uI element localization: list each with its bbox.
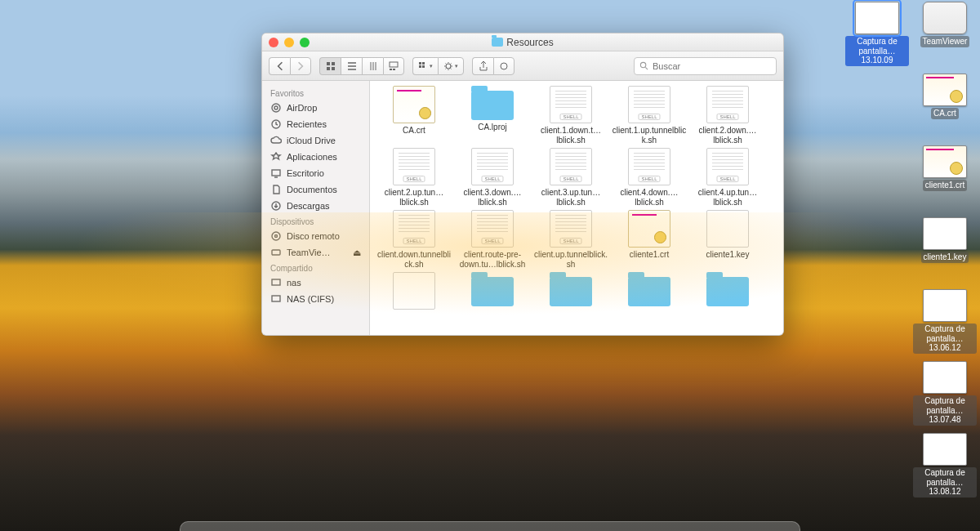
sidebar-item-teamviewer[interactable]: TeamVie…⏏ [262,244,369,261]
arrange-button[interactable]: ▾ [412,57,438,75]
desktop[interactable]: Captura de pantalla…13.10.09TeamViewerCA… [0,0,980,531]
file-name: client.3.up.tun…lblick.sh [532,188,610,207]
screenshot-icon [855,2,899,34]
documents-icon [270,184,282,195]
desktop-icon [270,167,282,179]
titlebar[interactable]: Resources [262,33,783,51]
file-item[interactable]: client.up.tunnelblick.sh [532,210,610,269]
back-button[interactable] [269,57,290,75]
finder-window[interactable]: Resources ▾ ▾ [261,33,784,336]
shell-icon [706,86,749,123]
forward-button[interactable] [290,57,311,75]
file-name: client.3.down.…lblick.sh [453,188,532,207]
svg-rect-7 [419,62,421,65]
svg-point-12 [501,63,507,69]
sidebar-item-downloads[interactable]: Descargas [262,198,369,214]
file-item[interactable]: client.2.up.tun…lblick.sh [375,148,453,207]
file-content[interactable]: CA.crtCA.lprojclient.1.down.t…lblick.shc… [370,81,783,335]
sidebar-item-documents[interactable]: Documentos [262,181,369,198]
svg-point-11 [446,64,451,69]
list-view-button[interactable] [341,57,362,75]
desktop-icon[interactable]: Captura de pantalla…13.06.12 [913,289,977,354]
file-item[interactable]: client.4.down.…lblick.sh [610,148,688,207]
sidebar-item-nas-cifs[interactable]: NAS (CIFS) [262,291,369,307]
sidebar-item-remote-disc[interactable]: Disco remoto [262,228,369,244]
file-name: cliente1.crt [610,250,688,260]
eject-icon[interactable]: ⏏ [353,248,361,258]
column-view-button[interactable] [362,57,383,75]
desktop-icon[interactable]: CA.crt [913,74,977,119]
file-item[interactable]: client.route-pre-down.tu…lblick.sh [453,210,532,269]
file-item[interactable]: client.1.up.tunnelblick.sh [610,86,688,145]
clock-icon [270,118,282,130]
file-item[interactable]: client.4.up.tun…lblick.sh [688,148,767,207]
desktop-icon[interactable]: cliente1.crt [913,145,977,191]
file-item[interactable] [688,272,767,312]
desktop-icon[interactable]: Captura de pantalla…13.10.09 [845,2,909,66]
sidebar-item-icloud[interactable]: iCloud Drive [262,132,369,149]
icon-view-button[interactable] [319,57,341,75]
svg-point-20 [275,235,278,238]
desktop-icon[interactable]: cliente1.key [913,217,977,263]
cert-icon [923,145,967,178]
sidebar-item-applications[interactable]: Aplicaciones [262,149,369,165]
file-item[interactable]: client.2.down.…lblick.sh [688,86,767,145]
search-field[interactable] [634,57,777,75]
tags-button[interactable] [493,57,514,75]
downloads-icon [270,200,282,212]
shell-icon [550,86,592,123]
gallery-view-button[interactable] [383,57,404,75]
file-item[interactable] [375,272,453,312]
minimize-button[interactable] [284,38,294,47]
svg-rect-3 [332,67,335,70]
desktop-icon[interactable]: Captura de pantalla…13.08.12 [913,433,977,498]
screenshot-icon [923,433,967,466]
sidebar-item-nas[interactable]: nas [262,274,369,291]
share-button[interactable] [472,57,493,75]
shell-icon [550,210,592,248]
search-icon [639,61,648,70]
server-icon [270,277,282,288]
key-icon [923,217,967,250]
sidebar-item-airdrop[interactable]: AirDrop [262,100,369,116]
folder-icon [471,277,514,306]
view-buttons [319,57,404,75]
folder-icon [550,277,592,306]
cert-icon [628,210,670,248]
file-item[interactable]: client.1.down.t…lblick.sh [532,86,610,145]
file-item[interactable]: client.3.up.tun…lblick.sh [532,148,610,207]
svg-rect-22 [272,279,280,285]
desktop-icon-label: TeamViewer [920,36,970,47]
file-item[interactable] [610,272,688,312]
svg-rect-2 [327,67,330,70]
file-item[interactable] [453,272,532,312]
file-item[interactable]: CA.crt [375,86,453,145]
file-item[interactable]: cliente1.key [688,210,767,269]
sidebar-item-desktop[interactable]: Escritorio [262,165,369,181]
svg-point-13 [640,62,645,67]
sidebar-item-recents[interactable]: Recientes [262,116,369,132]
close-button[interactable] [269,38,278,47]
desktop-icon[interactable]: TeamViewer [913,2,977,47]
search-input[interactable] [653,61,771,71]
svg-rect-8 [422,62,425,65]
svg-rect-10 [422,65,425,68]
file-item[interactable]: CA.lproj [453,86,532,145]
file-name: CA.lproj [453,123,532,132]
screenshot-icon [923,361,967,394]
file-name: client.up.tunnelblick.sh [532,250,610,269]
file-name: client.2.down.…lblick.sh [688,126,767,145]
file-name: client.4.up.tun…lblick.sh [688,188,767,207]
desktop-icon[interactable]: Captura de pantalla…13.07.48 [913,361,977,426]
file-item[interactable] [532,272,610,312]
zoom-button[interactable] [300,38,310,47]
dock[interactable] [180,521,800,531]
shell-icon [628,148,670,185]
file-item[interactable]: client.3.down.…lblick.sh [453,148,532,207]
drive-icon [270,247,282,258]
file-item[interactable]: client.down.tunnelblick.sh [375,210,453,269]
desktop-icon-label: CA.crt [931,108,959,119]
action-button[interactable]: ▾ [438,57,464,75]
file-item[interactable]: cliente1.crt [610,210,688,269]
shell-icon [550,148,592,185]
